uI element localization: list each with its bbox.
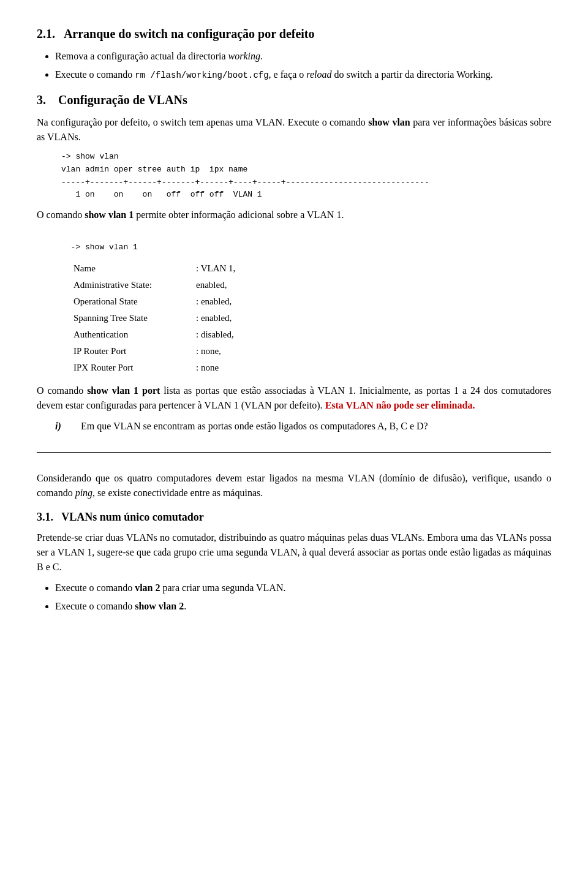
vlan-oper-label: Operational State [74, 293, 196, 310]
section-3-1-bullets: Execute o comando vlan 2 para criar uma … [55, 581, 551, 614]
vlan-ip-value: : none, [196, 343, 221, 360]
bullet2-italic: reload [306, 69, 331, 80]
question-i-label: i) [55, 419, 72, 434]
s31b1-normal: Execute o comando [55, 582, 135, 593]
bullet2-middle: , e faça o [269, 69, 307, 80]
para2-start: O comando [37, 209, 85, 220]
para1-normal: Na configuração por defeito, o switch te… [37, 117, 368, 127]
section-3-para3: O comando show vlan 1 port lista as port… [37, 383, 551, 413]
bullet-1: Remova a configuração actual da director… [55, 49, 551, 64]
bullet1-text-normal: Remova a configuração actual da director… [55, 51, 228, 61]
s31b2-normal: Execute o comando [55, 601, 135, 611]
code-block-1: -> show vlan vlan admin oper stree auth … [61, 151, 551, 202]
vlan-span-label: Spanning Tree State [74, 310, 196, 326]
vlan-auth-row: Authentication : disabled, [74, 326, 551, 343]
vlan-name-row: Name : VLAN 1, [74, 260, 551, 277]
para3-start: O comando [37, 385, 87, 396]
show-vlan-bold: show vlan [368, 117, 410, 127]
vlan-ipx-row: IPX Router Port : none [74, 360, 551, 376]
middle-para-end: , se existe conectividade entre as máqui… [92, 488, 263, 498]
vlan-span-value: : enabled, [196, 310, 232, 326]
bullet2-end: do switch a partir da directoria Working… [332, 69, 493, 80]
section-3-1-bullet-2: Execute o comando show vlan 2. [55, 599, 551, 614]
vlan-auth-label: Authentication [74, 326, 196, 343]
bullet-2: Execute o comando rm /flash/working/boot… [55, 67, 551, 82]
section-3-para2: O comando show vlan 1 permite obter info… [37, 208, 551, 222]
s31b1-end: para criar uma segunda VLAN. [160, 582, 286, 593]
vlan-oper-value: : enabled, [196, 293, 232, 310]
ping-italic: ping [75, 488, 92, 498]
show-vlan-1-port-bold: show vlan 1 port [87, 385, 160, 396]
show-vlan-2-bold: show vlan 2 [135, 601, 184, 611]
section-3-1-bullet-1: Execute o comando vlan 2 para criar uma … [55, 581, 551, 595]
vlan-oper-row: Operational State : enabled, [74, 293, 551, 310]
vlan2-bold: vlan 2 [135, 582, 160, 593]
question-i: i) Em que VLAN se encontram as portas on… [55, 419, 551, 434]
vlan-info-block: Name : VLAN 1, Administrative State: ena… [74, 260, 551, 376]
middle-para: Considerando que os quatro computadores … [37, 471, 551, 500]
vlan-admin-row: Administrative State: enabled, [74, 277, 551, 293]
vlan-name-label: Name [74, 260, 196, 277]
section-divider [37, 452, 551, 453]
vlan-no-delete: Esta VLAN não pode ser eliminada. [325, 400, 475, 410]
vlan-auth-value: : disabled, [196, 326, 234, 343]
section-3-heading: 3. Configuração de VLANs [37, 91, 551, 109]
vlan-ipx-value: : none [196, 360, 219, 376]
vlan-admin-label: Administrative State: [74, 277, 196, 293]
s31b2-end: . [184, 601, 186, 611]
vlan-ipx-label: IPX Router Port [74, 360, 196, 376]
vlan-name-value: : VLAN 1, [196, 260, 235, 277]
bullet2-code: rm /flash/working/boot.cfg [135, 70, 268, 80]
section-3-1-heading: 3.1. VLANs num único comutador [37, 509, 551, 526]
show-vlan-1-bold: show vlan 1 [85, 209, 134, 220]
vlan-admin-value: enabled, [196, 277, 227, 293]
section-2-1-bullets: Remova a configuração actual da director… [55, 49, 551, 82]
vlan-span-row: Spanning Tree State : enabled, [74, 310, 551, 326]
section-3-1-para1: Pretende-se criar duas VLANs no comutado… [37, 530, 551, 575]
bullet2-normal: Execute o comando [55, 69, 135, 80]
section-3-para1: Na configuração por defeito, o switch te… [37, 115, 551, 145]
code-block-2: -> show vlan 1 [61, 228, 551, 254]
vlan-ip-row: IP Router Port : none, [74, 343, 551, 360]
question-i-text: Em que VLAN se encontram as portas onde … [81, 419, 428, 434]
section-2-1-heading: 2.1. Arranque do switch na configuração … [37, 24, 551, 43]
vlan-ip-label: IP Router Port [74, 343, 196, 360]
bullet1-italic: working [228, 51, 260, 61]
para2-end: permite obter informação adicional sobre… [134, 209, 344, 220]
bullet1-end: . [260, 51, 263, 61]
